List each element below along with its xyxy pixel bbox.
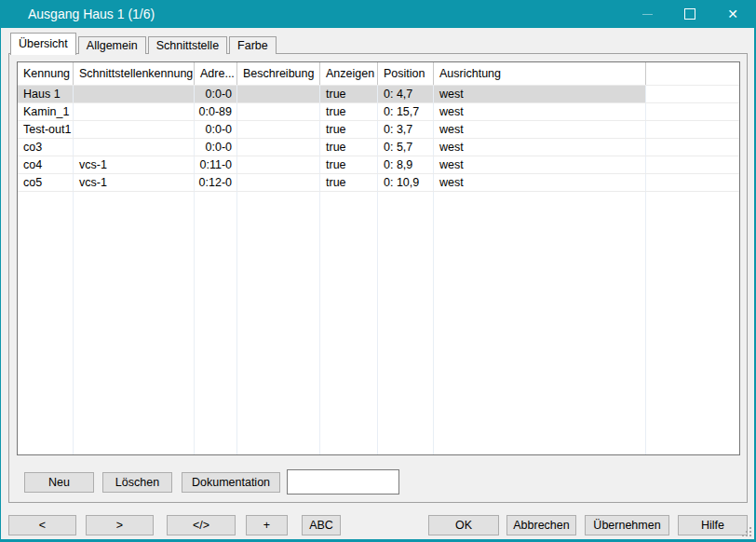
table-cell: true	[320, 121, 378, 138]
window-controls: ✕	[626, 0, 754, 28]
uebernehmen-button[interactable]: Übernehmen	[585, 515, 669, 535]
table-cell-filler	[646, 156, 739, 173]
outputs-table: Kennung Schnittstellenkennung Adre... Be…	[17, 61, 740, 455]
dokumentation-input[interactable]	[287, 469, 399, 495]
column-header-ausrichtung[interactable]: Ausrichtung	[434, 62, 646, 85]
table-row[interactable]: Test-out1 0:0-0 true 0: 3,7 west	[18, 121, 739, 139]
table-cell: 0:11-0	[195, 156, 237, 173]
tab-strip: Übersicht Allgemein Schnittstelle Farbe	[10, 32, 278, 54]
table-cell	[237, 103, 320, 120]
hilfe-button[interactable]: Hilfe	[678, 515, 748, 535]
table-cell: true	[320, 86, 378, 102]
table-cell-filler	[646, 121, 739, 138]
tab-uebersicht[interactable]: Übersicht	[10, 33, 76, 55]
table-cell: 0:0-89	[195, 103, 237, 120]
tab-schnittstelle[interactable]: Schnittstelle	[148, 36, 227, 54]
empty-cell	[434, 192, 646, 454]
table-cell: west	[434, 86, 646, 102]
empty-cell	[237, 192, 320, 454]
window-title: Ausgang Haus 1 (1/6)	[28, 7, 155, 21]
resize-grip[interactable]	[740, 525, 753, 538]
table-cell: 0: 4,7	[378, 86, 434, 102]
table-cell: true	[320, 174, 378, 191]
table-cell	[74, 139, 195, 156]
column-header-adresse[interactable]: Adre...	[195, 62, 237, 85]
table-cell: 0:12-0	[195, 174, 237, 191]
maximize-button[interactable]	[668, 0, 711, 28]
table-cell: 0:0-0	[195, 86, 237, 102]
table-row[interactable]: Kamin_1 0:0-89 true 0: 15,7 west	[18, 103, 739, 121]
table-cell	[74, 103, 195, 120]
empty-cell	[646, 192, 739, 454]
table-cell: vcs-1	[74, 174, 195, 191]
empty-cell	[195, 192, 237, 454]
tab-farbe[interactable]: Farbe	[229, 36, 277, 54]
dialog-window: Ausgang Haus 1 (1/6) ✕ Übersicht Allgeme…	[0, 0, 756, 542]
table-cell	[237, 121, 320, 138]
table-cell: west	[434, 121, 646, 138]
loeschen-button[interactable]: Löschen	[102, 472, 172, 493]
table-cell: Haus 1	[18, 86, 74, 102]
table-cell: west	[434, 174, 646, 191]
table-cell-filler	[646, 139, 739, 156]
table-cell	[237, 139, 320, 156]
abbrechen-button[interactable]: Abbrechen	[506, 515, 576, 535]
table-row[interactable]: co4 vcs-1 0:11-0 true 0: 8,9 west	[18, 156, 739, 174]
table-cell-filler	[646, 174, 739, 191]
table-cell: vcs-1	[74, 156, 195, 173]
column-header-position[interactable]: Position	[378, 62, 434, 85]
table-cell: 0: 3,7	[378, 121, 434, 138]
next-button[interactable]: >	[86, 515, 154, 535]
empty-cell	[378, 192, 434, 454]
table-row[interactable]: co3 0:0-0 true 0: 5,7 west	[18, 139, 739, 156]
table-cell: 0: 15,7	[378, 103, 434, 120]
column-header-kennung[interactable]: Kennung	[18, 62, 74, 85]
table-header-row: Kennung Schnittstellenkennung Adre... Be…	[18, 62, 739, 86]
maximize-icon	[684, 8, 695, 20]
table-cell: 0: 5,7	[378, 139, 434, 156]
column-header-anzeigen[interactable]: Anzeigen	[320, 62, 378, 85]
tab-page-uebersicht: Kennung Schnittstellenkennung Adre... Be…	[8, 53, 748, 503]
table-cell	[74, 86, 195, 102]
tab-allgemein[interactable]: Allgemein	[78, 36, 146, 54]
empty-cell	[320, 192, 378, 454]
table-cell: true	[320, 139, 378, 156]
table-row[interactable]: Haus 1 0:0-0 true 0: 4,7 west	[18, 86, 739, 103]
table-cell: west	[434, 139, 646, 156]
column-header-beschreibung[interactable]: Beschreibung	[237, 62, 320, 85]
add-button[interactable]: +	[246, 515, 288, 535]
abc-button[interactable]: ABC	[302, 515, 341, 535]
prev-button[interactable]: <	[8, 515, 76, 535]
empty-cell	[74, 192, 195, 454]
table-row[interactable]: co5 vcs-1 0:12-0 true 0: 10,9 west	[18, 174, 739, 192]
table-cell: co5	[18, 174, 74, 191]
table-empty-area	[18, 192, 739, 454]
neu-button[interactable]: Neu	[24, 472, 94, 493]
table-cell	[74, 121, 195, 138]
table-cell	[237, 174, 320, 191]
table-cell-filler	[646, 86, 739, 102]
close-icon: ✕	[727, 7, 738, 20]
code-view-button[interactable]: </>	[167, 515, 236, 535]
ok-button[interactable]: OK	[428, 515, 499, 535]
table-cell: west	[434, 103, 646, 120]
table-cell: 0: 10,9	[378, 174, 434, 191]
close-button[interactable]: ✕	[711, 0, 754, 28]
table-cell-filler	[646, 103, 739, 120]
column-header-schnittstellenkennung[interactable]: Schnittstellenkennung	[74, 62, 195, 85]
table-cell: true	[320, 103, 378, 120]
titlebar: Ausgang Haus 1 (1/6) ✕	[1, 0, 754, 28]
column-header-filler	[646, 62, 739, 85]
table-cell: 0:0-0	[195, 139, 237, 156]
table-cell: west	[434, 156, 646, 173]
table-cell: true	[320, 156, 378, 173]
table-cell	[237, 86, 320, 102]
minimize-button[interactable]	[626, 0, 668, 28]
empty-cell	[18, 192, 74, 454]
table-cell: 0: 8,9	[378, 156, 434, 173]
table-cell: co4	[18, 156, 74, 173]
table-cell: Kamin_1	[18, 103, 74, 120]
minimize-icon	[642, 14, 653, 15]
dokumentation-button[interactable]: Dokumentation	[182, 472, 280, 493]
table-cell: 0:0-0	[195, 121, 237, 138]
